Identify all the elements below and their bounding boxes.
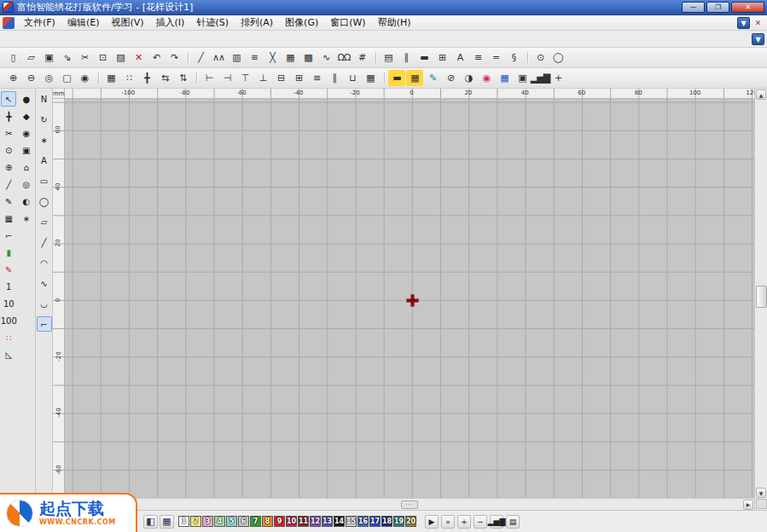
rotate-copy-tool[interactable]: ↻	[37, 112, 52, 127]
palette-swatch[interactable]: 12	[310, 516, 321, 527]
menu-window[interactable]: 窗口(W)	[324, 15, 371, 30]
zoom-out-button[interactable]: ⊖	[22, 70, 39, 86]
density-tool[interactable]: ∷	[1, 330, 16, 345]
palette-swatch[interactable]: 16	[357, 516, 369, 527]
menu-stitch[interactable]: 针迹(S)	[190, 15, 235, 30]
ruler-corner-tool[interactable]: ⌐	[1, 228, 16, 243]
save-button[interactable]: ▣	[40, 49, 57, 66]
grid-dots-button[interactable]: ∷	[120, 70, 137, 86]
delete-button[interactable]: ✕	[130, 49, 147, 66]
palette-swatch[interactable]: 7	[250, 516, 261, 527]
new-button[interactable]: ▯	[4, 49, 21, 66]
align-right-button[interactable]: ⊣	[218, 70, 235, 86]
circle-tool[interactable]: ◉	[19, 125, 34, 141]
knife-tool[interactable]: ╱	[1, 176, 16, 192]
cross-stitch-button[interactable]: ╳	[264, 49, 281, 66]
e-stitch-button[interactable]: ΩΩ	[335, 49, 352, 66]
minimize-button[interactable]: —	[682, 2, 705, 13]
stitch-graph-button[interactable]: ▂▅▇	[532, 70, 549, 86]
open-button[interactable]: ▱	[22, 49, 39, 66]
palette-swatch[interactable]: 15	[346, 516, 357, 527]
menu-help[interactable]: 帮助(H)	[372, 15, 417, 30]
group-button[interactable]: ⊔	[344, 70, 361, 86]
paste-button[interactable]: ▨	[112, 49, 129, 66]
vertical-scrollbar[interactable]: ▲ ▼	[754, 89, 767, 510]
pattern-stamp-tool[interactable]: ▣	[19, 142, 34, 158]
grid-settings-button[interactable]: ▦	[406, 70, 423, 86]
close-button[interactable]: ✕	[731, 2, 764, 13]
scrollbar-grip[interactable]: ···	[401, 500, 418, 509]
rectangle-tool[interactable]: ▭	[37, 173, 52, 188]
zoom-actual-button[interactable]: ◎	[40, 70, 57, 86]
grid-fill-button[interactable]: #	[353, 49, 370, 66]
monogram-tool[interactable]: ⌂	[19, 159, 34, 175]
palette-swatch[interactable]: 14	[334, 516, 345, 527]
maximize-button[interactable]: ❐	[706, 2, 729, 13]
menu-image[interactable]: 图像(G)	[279, 15, 324, 30]
thread-palette-button[interactable]: ▦	[160, 515, 174, 529]
color-wheel-button[interactable]: ◉	[478, 70, 495, 86]
curve-tool[interactable]: ◡	[37, 296, 52, 311]
palette-swatch[interactable]: 8	[262, 516, 273, 527]
run-stitch-button[interactable]: ╱	[192, 49, 209, 66]
stitch-edit-tool[interactable]: ✎	[1, 194, 16, 209]
scissors-tool[interactable]: ✂	[1, 125, 16, 141]
mesh-tool[interactable]: ▦	[1, 211, 16, 226]
thread-chart-button[interactable]: ▦	[496, 70, 513, 86]
select-tool[interactable]: ↖	[1, 91, 16, 107]
palette-swatch[interactable]: 5	[226, 516, 237, 527]
palette-swatch[interactable]: 19	[393, 516, 404, 527]
arc-tool[interactable]: ◠	[37, 255, 52, 270]
satin-tool[interactable]: ●	[19, 91, 34, 107]
menu-view[interactable]: 视图(V)	[105, 15, 149, 30]
color-usage-button[interactable]: ▂▅▇	[490, 515, 503, 529]
red-pen-tool[interactable]: ✎	[1, 262, 16, 277]
menu-insert[interactable]: 插入(I)	[150, 15, 191, 30]
add-tool-button[interactable]: +	[549, 70, 567, 86]
palette-swatch[interactable]: 6	[238, 516, 249, 527]
star-tool[interactable]: ∗	[37, 132, 52, 147]
align-left-button[interactable]: ⊢	[200, 70, 218, 86]
array-copy-button[interactable]: ▦	[362, 70, 379, 86]
text-tool[interactable]: A	[37, 153, 52, 168]
palette-swatch[interactable]: 18	[381, 516, 392, 527]
transform-tool[interactable]: ╋	[1, 108, 16, 124]
scroll-right-button[interactable]: ▶	[743, 500, 753, 510]
zoom-tool[interactable]: ⊕	[1, 159, 16, 175]
stitch-picker-tool[interactable]: ⊙	[1, 142, 16, 158]
tatami-stitch-button[interactable]: ▥	[228, 49, 245, 66]
align-top-button[interactable]: ⊤	[236, 70, 253, 86]
rich-fill-button[interactable]: ▬	[415, 49, 433, 66]
zigzag-stitch-button[interactable]: ∧∧	[210, 49, 227, 66]
bezier-pen-tool[interactable]: N	[37, 91, 52, 107]
scroll-down-button[interactable]: ▼	[756, 488, 766, 498]
vertical-scroll-thumb[interactable]	[756, 286, 767, 308]
bitmap-button[interactable]: ▣	[514, 70, 531, 86]
zoom-all-button[interactable]: ◉	[76, 70, 93, 86]
satin-stitch-button[interactable]: ≋	[246, 49, 263, 66]
s-curve-tool[interactable]: ∿	[37, 275, 52, 291]
palette-swatch[interactable]: 20	[405, 516, 416, 527]
palette-swatch[interactable]: 3	[202, 516, 213, 527]
cross-grid-button[interactable]: ⊞	[433, 49, 450, 66]
horizontal-scrollbar[interactable]: ◀ ··· ▶	[65, 498, 754, 510]
space-evenly-button[interactable]: ≡	[308, 70, 325, 86]
ellipse-tool[interactable]: ◯	[37, 194, 52, 209]
palette-swatch[interactable]: 9	[274, 516, 285, 527]
pickup-color-button[interactable]: ◧	[143, 515, 158, 529]
lettering-button[interactable]: A	[451, 49, 468, 66]
palette-swatch[interactable]: 2	[190, 516, 201, 527]
line-tool[interactable]: ╱	[37, 234, 52, 250]
cut-button[interactable]: ✂	[76, 49, 93, 66]
zoom-in-button[interactable]: ⊕	[4, 70, 21, 86]
move-origin-button[interactable]: ╋	[138, 70, 155, 86]
grid-toggle-button[interactable]: ▦	[102, 70, 119, 86]
palette-swatch[interactable]: 1	[178, 516, 189, 527]
set-square-tool[interactable]: ◺	[1, 347, 16, 362]
applique-button[interactable]: ▤	[380, 49, 397, 66]
outline-edit-tool[interactable]: ▱	[37, 214, 52, 229]
parallel-button[interactable]: ∥	[326, 70, 343, 86]
scale-100-button[interactable]: 100	[1, 313, 16, 328]
end-point-button[interactable]: ◯	[549, 49, 567, 66]
motif-tool[interactable]: ∗	[19, 211, 34, 226]
